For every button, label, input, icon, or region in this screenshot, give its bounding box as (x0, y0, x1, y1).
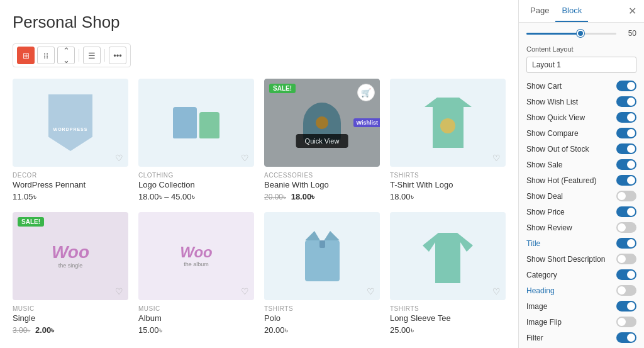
toggle-label: Title (526, 239, 540, 248)
product-price: 18.00৳ (390, 192, 506, 202)
wishlist-icon[interactable]: ♡ (492, 153, 501, 163)
woo-album-illustration: Woo the album (180, 245, 213, 267)
toggle-switch[interactable] (616, 175, 636, 186)
svg-point-1 (440, 118, 455, 133)
toggle-switch[interactable] (616, 112, 636, 123)
toggle-switch[interactable] (616, 301, 636, 312)
tshirt-illustration (425, 98, 472, 148)
slider-row: 50 (526, 29, 636, 38)
toolbar-divider (79, 49, 79, 62)
product-price: 11.05৳ (13, 192, 128, 202)
slider-fill (526, 33, 580, 35)
quick-view-button[interactable]: Quick View (296, 134, 348, 148)
product-name: Single (13, 313, 128, 323)
main-content: Personal Shop ⊞ ⁞⁞ ⌃⌄ ☰ ••• WORDPRESS ♡ … (0, 0, 518, 348)
content-layout-select[interactable]: Layout 1 Layout 2 Layout 3 (526, 57, 636, 73)
content-layout-label: Content Layout (526, 45, 636, 53)
toggle-label: Show Review (526, 223, 572, 232)
toggle-knob (627, 113, 635, 121)
dots-view-button[interactable]: ⁞⁞ (37, 47, 55, 64)
toggle-switch[interactable] (616, 128, 636, 138)
toggle-row: Show Wish List (526, 96, 636, 107)
toggle-switch[interactable] (616, 206, 636, 217)
list-view-button[interactable]: ☰ (83, 47, 101, 64)
price-sale: 2.00৳ (35, 325, 54, 335)
toggle-knob (618, 192, 626, 200)
grid-view-button[interactable]: ⊞ (17, 47, 35, 64)
product-category: CLOTHING (138, 172, 254, 179)
toggle-label: Show Deal (526, 192, 563, 201)
product-category: MUSIC (138, 305, 254, 312)
product-price: 15.00৳ (138, 325, 254, 335)
toggle-row: Show Compare (526, 128, 636, 138)
product-toolbar: ⊞ ⁞⁞ ⌃⌄ ☰ ••• (13, 43, 131, 67)
clothing-illustration (173, 107, 219, 138)
product-card[interactable]: SALE! 🛒 Quick View Wishlist ACCESSORIES … (264, 79, 380, 202)
wishlist-icon[interactable]: ♡ (241, 153, 249, 163)
product-category: TSHIRTS (390, 172, 506, 179)
product-image: SALE! Woo the single ♡ (13, 212, 128, 300)
toggle-label: Show Out of Stock (526, 145, 589, 154)
toggle-switch[interactable] (616, 159, 636, 170)
product-card[interactable]: ♡ TSHIRTS Polo 20.00৳ (264, 212, 380, 335)
toggle-label: Image (526, 302, 547, 311)
product-name: WordPress Pennant (13, 180, 128, 189)
product-category: TSHIRTS (390, 305, 506, 312)
slider-track[interactable] (526, 33, 616, 35)
product-card[interactable]: WORDPRESS ♡ DECOR WordPress Pennant 11.0… (13, 79, 128, 202)
tab-block[interactable]: Block (555, 0, 588, 22)
product-name: Beanie With Logo (264, 180, 380, 189)
toggle-switch[interactable] (616, 222, 636, 233)
toggle-row: Show Short Description (526, 254, 636, 264)
toggle-switch[interactable] (616, 96, 636, 107)
toggle-switch[interactable] (616, 285, 636, 296)
product-name: Polo (264, 313, 380, 323)
product-category: MUSIC (13, 305, 128, 312)
toggle-switch[interactable] (616, 81, 636, 91)
toggle-knob (627, 302, 635, 310)
toggle-row: Show Cart (526, 81, 636, 91)
toggle-label: Show Cart (526, 82, 562, 91)
product-name: Album (138, 313, 254, 323)
toggle-row: Heading (526, 285, 636, 296)
toggle-knob (627, 98, 635, 106)
toggle-switch[interactable] (616, 238, 636, 249)
toggle-label: Show Hot (Featured) (526, 176, 596, 185)
wishlist-icon[interactable]: ♡ (115, 286, 123, 296)
toggle-switch[interactable] (616, 254, 636, 264)
toggle-row: Filter (526, 332, 636, 343)
sidebar-body: 50 Content Layout Layout 1 Layout 2 Layo… (519, 23, 644, 348)
wishlist-icon[interactable]: ♡ (492, 286, 501, 296)
toggle-label: Show Wish List (526, 98, 578, 106)
toggle-switch[interactable] (616, 191, 636, 201)
toggle-switch[interactable] (616, 143, 636, 154)
toggle-switch[interactable] (616, 332, 636, 343)
product-card[interactable]: Woo the album ♡ MUSIC Album 15.00৳ (138, 212, 254, 335)
sidebar-tabs: Page Block ✕ (519, 0, 644, 23)
toggle-label: Show Quick View (526, 113, 585, 122)
toggle-knob (618, 318, 626, 326)
toggle-container: Show CartShow Wish ListShow Quick ViewSh… (526, 81, 636, 348)
product-card[interactable]: ♡ CLOTHING Logo Collection 18.00৳ – 45.0… (138, 79, 254, 202)
toggle-knob (618, 255, 626, 263)
chevron-button[interactable]: ⌃⌄ (57, 47, 75, 64)
product-card[interactable]: ♡ TSHIRTS T-Shirt With Logo 18.00৳ (390, 79, 506, 202)
wishlist-badge[interactable]: Wishlist (353, 118, 380, 127)
toggle-knob (627, 334, 635, 342)
toggle-knob (618, 286, 626, 295)
toolbar-divider-2 (104, 49, 105, 62)
tab-page[interactable]: Page (524, 0, 555, 22)
product-name: Logo Collection (138, 180, 254, 189)
cart-icon[interactable]: 🛒 (357, 84, 375, 101)
toggle-switch[interactable] (616, 269, 636, 280)
close-button[interactable]: ✕ (626, 5, 639, 17)
more-button[interactable]: ••• (109, 47, 126, 64)
slider-thumb[interactable] (577, 30, 584, 37)
wishlist-icon[interactable]: ♡ (115, 153, 123, 163)
product-card[interactable]: ♡ TSHIRTS Long Sleeve Tee 25.00৳ (390, 212, 506, 335)
toggle-switch[interactable] (616, 317, 636, 327)
product-card[interactable]: SALE! Woo the single ♡ MUSIC Single 3.00… (13, 212, 128, 335)
wishlist-icon[interactable]: ♡ (367, 286, 375, 296)
toggle-label: Category (526, 271, 557, 279)
wishlist-icon[interactable]: ♡ (241, 286, 249, 296)
